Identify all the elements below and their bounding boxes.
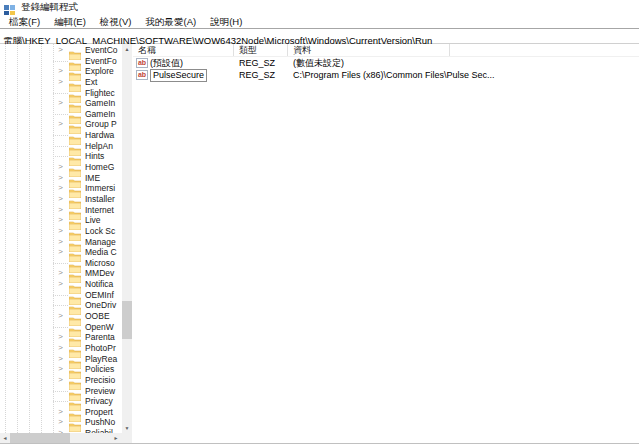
menu-item-favorites[interactable]: 我的最愛(A) xyxy=(138,15,203,29)
chevron-right-icon[interactable]: > xyxy=(56,98,65,109)
tree-item[interactable]: GameIn xyxy=(0,109,122,120)
tree-item[interactable]: OneDriv xyxy=(0,300,122,311)
chevron-right-icon[interactable]: > xyxy=(56,215,65,226)
menu-item-edit[interactable]: 編輯(E) xyxy=(47,15,93,29)
tree-item[interactable]: >Lock Sc xyxy=(0,226,122,237)
value-data-cell: (數值未設定) xyxy=(288,57,639,70)
folder-icon xyxy=(69,78,81,87)
chevron-right-icon[interactable]: > xyxy=(56,332,65,343)
chevron-right-icon[interactable]: > xyxy=(56,268,65,279)
tree-item[interactable]: >Explore xyxy=(0,66,122,77)
chevron-right-icon[interactable]: > xyxy=(56,45,65,56)
tree-item[interactable]: >Propert xyxy=(0,407,122,418)
chevron-right-icon[interactable]: > xyxy=(56,237,65,248)
folder-icon xyxy=(69,344,81,353)
tree-item[interactable]: >PushNo xyxy=(0,417,122,428)
tree-item-label: Ext xyxy=(85,77,97,88)
tree-item[interactable]: Preview xyxy=(0,386,122,397)
main-area: >EventCoEventFo>Explore>ExtFlightec>Game… xyxy=(0,44,639,443)
tree-item[interactable]: >Media C xyxy=(0,247,122,258)
tree-connector-line xyxy=(53,93,68,94)
folder-icon xyxy=(69,355,81,364)
tree-item[interactable]: >EventCo xyxy=(0,45,122,56)
tree-item[interactable]: >Parenta xyxy=(0,332,122,343)
vertical-scroll-thumb[interactable] xyxy=(122,301,132,339)
folder-icon xyxy=(69,301,81,310)
tree-item[interactable]: >Notifica xyxy=(0,279,122,290)
chevron-right-icon[interactable]: > xyxy=(56,194,65,205)
tree-item[interactable]: >Installer xyxy=(0,194,122,205)
column-header-type[interactable]: 類型 xyxy=(234,44,288,56)
chevron-right-icon[interactable]: > xyxy=(56,407,65,418)
chevron-right-icon[interactable]: > xyxy=(56,247,65,258)
tree-item[interactable]: HelpAn xyxy=(0,141,122,152)
registry-value-row[interactable]: abPulseSecureREG_SZC:\Program Files (x86… xyxy=(133,69,639,81)
tree-connector-line xyxy=(53,305,68,306)
tree-item[interactable]: >OOBE xyxy=(0,311,122,322)
scroll-right-icon[interactable]: ► xyxy=(111,433,121,443)
tree-connector-line xyxy=(53,401,68,402)
chevron-right-icon[interactable]: > xyxy=(56,119,65,130)
tree-item[interactable]: OpenW xyxy=(0,322,122,333)
tree-item[interactable]: Microso xyxy=(0,258,122,269)
chevron-right-icon[interactable]: > xyxy=(56,226,65,237)
scroll-down-icon[interactable]: ▼ xyxy=(122,423,132,433)
column-header-name[interactable]: 名稱 xyxy=(133,44,234,56)
tree-item[interactable]: Flightec xyxy=(0,88,122,99)
menu-item-view[interactable]: 檢視(V) xyxy=(93,15,139,29)
tree-item[interactable]: >Immersi xyxy=(0,183,122,194)
folder-icon xyxy=(69,323,81,332)
tree-item[interactable]: >Manage xyxy=(0,237,122,248)
chevron-right-icon[interactable]: > xyxy=(56,417,65,428)
chevron-right-icon[interactable]: > xyxy=(56,354,65,365)
chevron-right-icon[interactable]: > xyxy=(56,66,65,77)
chevron-right-icon[interactable]: > xyxy=(56,183,65,194)
horizontal-scroll-thumb[interactable] xyxy=(10,433,70,443)
chevron-right-icon[interactable]: > xyxy=(56,311,65,322)
registry-value-row[interactable]: ab(預設值)REG_SZ(數值未設定) xyxy=(133,57,639,69)
chevron-right-icon[interactable]: > xyxy=(56,162,65,173)
tree-item[interactable]: >Ext xyxy=(0,77,122,88)
tree-vertical-scrollbar[interactable]: ▲ ▼ xyxy=(122,44,132,433)
tree-item-label: Preview xyxy=(85,386,115,397)
chevron-right-icon[interactable]: > xyxy=(56,173,65,184)
chevron-right-icon[interactable]: > xyxy=(56,343,65,354)
tree-item[interactable]: EventFo xyxy=(0,56,122,67)
tree-item[interactable]: >Group P xyxy=(0,119,122,130)
tree-item[interactable]: >HomeG xyxy=(0,162,122,173)
menu-item-help[interactable]: 說明(H) xyxy=(203,15,249,29)
chevron-right-icon[interactable]: > xyxy=(56,375,65,386)
tree-item[interactable]: Hints xyxy=(0,151,122,162)
tree-item[interactable]: Privacy xyxy=(0,396,122,407)
tree-item-label: Lock Sc xyxy=(85,226,115,237)
folder-icon xyxy=(69,238,81,247)
chevron-right-icon[interactable]: > xyxy=(56,77,65,88)
value-type-cell: REG_SZ xyxy=(234,70,288,80)
registry-app-icon xyxy=(4,2,15,13)
tree-item[interactable]: >Precisio xyxy=(0,375,122,386)
tree-item[interactable]: >IME xyxy=(0,173,122,184)
tree-item[interactable]: >GameIn xyxy=(0,98,122,109)
chevron-right-icon[interactable]: > xyxy=(56,279,65,290)
tree-horizontal-scrollbar[interactable]: ◄ ► xyxy=(0,433,121,443)
tree-item[interactable]: >PlayRea xyxy=(0,354,122,365)
tree-connector-line xyxy=(53,135,68,136)
tree-item[interactable]: OEMInf xyxy=(0,290,122,301)
menu-item-file[interactable]: 檔案(F) xyxy=(2,15,47,29)
scroll-left-icon[interactable]: ◄ xyxy=(0,433,10,443)
folder-icon xyxy=(69,174,81,183)
chevron-right-icon[interactable]: > xyxy=(56,205,65,216)
value-name[interactable]: (預設值) xyxy=(150,58,183,69)
tree-item-label: OOBE xyxy=(85,311,110,322)
scroll-up-icon[interactable]: ▲ xyxy=(122,44,132,54)
selected-value-name[interactable]: PulseSecure xyxy=(150,69,207,82)
chevron-right-icon[interactable]: > xyxy=(56,364,65,375)
tree-item[interactable]: Hardwa xyxy=(0,130,122,141)
tree-item[interactable]: >PhotoPr xyxy=(0,343,122,354)
column-header-data[interactable]: 資料 xyxy=(288,44,450,56)
value-type-cell: REG_SZ xyxy=(234,58,288,68)
tree-item[interactable]: >MMDev xyxy=(0,268,122,279)
tree-item[interactable]: >Policies xyxy=(0,364,122,375)
tree-item[interactable]: >Live xyxy=(0,215,122,226)
tree-item[interactable]: >Internet xyxy=(0,205,122,216)
